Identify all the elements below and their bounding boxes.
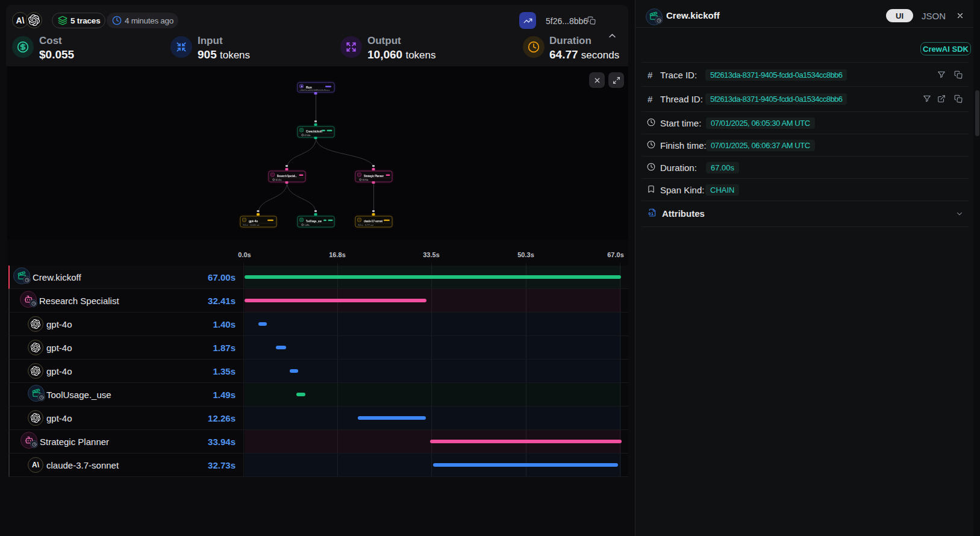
svg-text:gpt-4o: gpt-4o: [249, 219, 258, 223]
svg-text:c08e62ecab1f4c5b8ff6e2a9c41tra: c08e62ecab1f4c5b8ff6e2a9c41trace: [300, 89, 330, 92]
svg-text:Crew.kickoff: Crew.kickoff: [306, 129, 322, 133]
svg-text:905 in · 10,060 out: 905 in · 10,060 out: [243, 224, 260, 226]
svg-text:Research Speciali...: Research Speciali...: [277, 174, 297, 178]
svg-text:33.94s: 33.94s: [363, 179, 369, 181]
svg-text:ToolUsage._use: ToolUsage._use: [306, 219, 322, 223]
svg-text:905 in · 8,777 out: 905 in · 8,777 out: [358, 224, 373, 226]
svg-text:Run: Run: [306, 86, 312, 89]
svg-text:1.49s: 1.49s: [305, 224, 310, 226]
svg-text:67.00s: 67.00s: [305, 134, 311, 137]
svg-text:Strategic Planner: Strategic Planner: [364, 174, 384, 178]
svg-text:claude-3.7-sonnet: claude-3.7-sonnet: [364, 219, 382, 223]
svg-text:32.41s: 32.41s: [276, 179, 282, 181]
